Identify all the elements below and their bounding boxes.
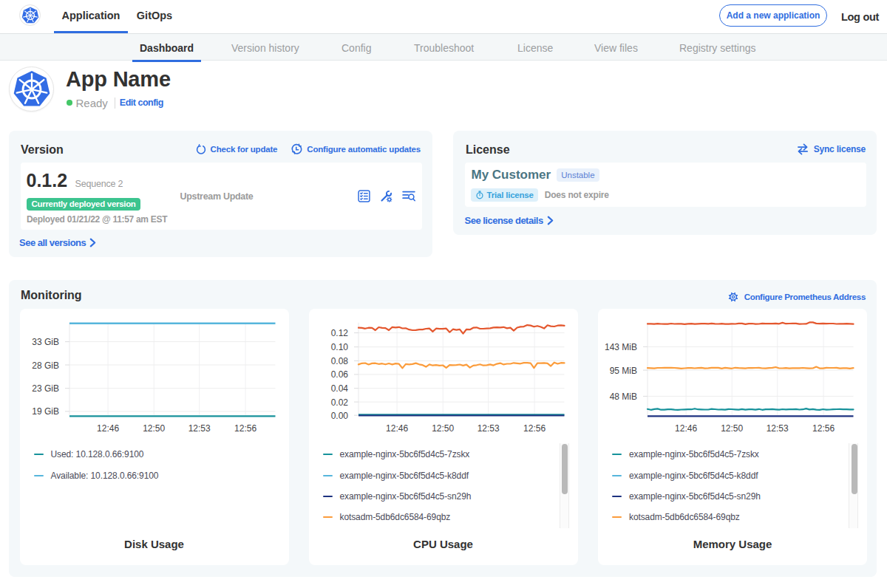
svg-text:0.08: 0.08 bbox=[330, 356, 348, 366]
svg-text:12:50: 12:50 bbox=[143, 423, 165, 434]
svg-text:0.04: 0.04 bbox=[330, 383, 348, 394]
svg-text:12:53: 12:53 bbox=[767, 423, 789, 434]
svg-text:12:53: 12:53 bbox=[477, 423, 499, 434]
svg-text:28 GiB: 28 GiB bbox=[32, 360, 59, 371]
svg-text:12:56: 12:56 bbox=[234, 423, 256, 434]
svg-text:12:46: 12:46 bbox=[97, 423, 119, 434]
svg-text:0.02: 0.02 bbox=[330, 397, 348, 408]
svg-text:0.00: 0.00 bbox=[330, 411, 348, 421]
svg-text:12:53: 12:53 bbox=[188, 423, 210, 434]
svg-text:48 MiB: 48 MiB bbox=[610, 392, 637, 402]
svg-text:95 MiB: 95 MiB bbox=[610, 366, 637, 376]
svg-text:143 MiB: 143 MiB bbox=[605, 342, 637, 352]
svg-text:0.12: 0.12 bbox=[330, 328, 348, 338]
svg-text:0.10: 0.10 bbox=[330, 342, 348, 352]
svg-text:12:50: 12:50 bbox=[432, 423, 454, 434]
svg-text:12:46: 12:46 bbox=[386, 423, 408, 434]
svg-text:12:50: 12:50 bbox=[721, 423, 743, 434]
svg-text:12:56: 12:56 bbox=[812, 423, 835, 434]
svg-text:19 GiB: 19 GiB bbox=[32, 406, 59, 417]
svg-text:12:46: 12:46 bbox=[675, 423, 697, 434]
svg-text:12:56: 12:56 bbox=[523, 423, 546, 434]
svg-text:23 GiB: 23 GiB bbox=[32, 383, 59, 394]
svg-text:0.06: 0.06 bbox=[330, 369, 348, 380]
svg-text:33 GiB: 33 GiB bbox=[32, 337, 59, 347]
